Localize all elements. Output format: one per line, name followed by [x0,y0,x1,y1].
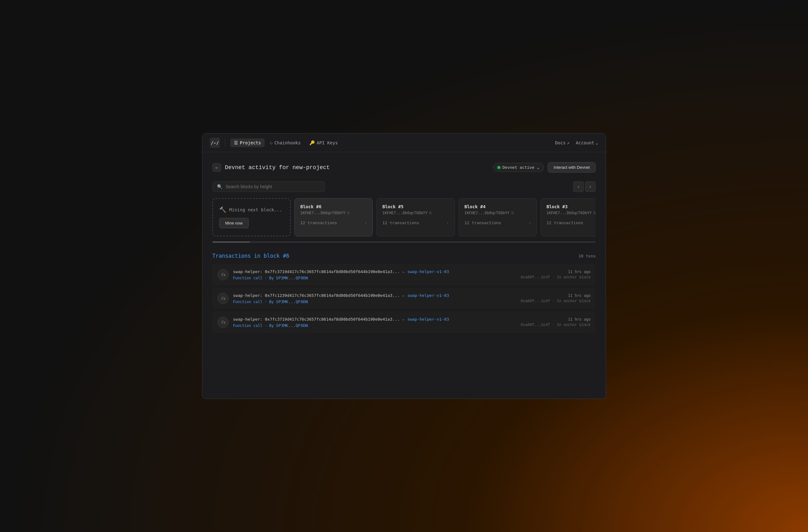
search-input-wrapper: 🔍 [212,181,325,192]
mine-now-button[interactable]: Mine now [219,218,249,228]
docs-link[interactable]: Docs ↗ [555,140,569,145]
projects-icon: ☰ [234,140,238,145]
chevron-down-icon: ⌄ [596,140,598,145]
navbar: /-/ ☰ Projects ⚇ Chainhooks 🔑 API Keys D… [202,133,606,152]
main-window: /-/ ☰ Projects ⚇ Chainhooks 🔑 API Keys D… [202,133,606,399]
transaction-main: swap-helper: 0x7fc3719d417c76c3657fc8614… [233,269,516,274]
transaction-row[interactable]: fx swap-helper: 0x7fc3719d417c76c3657fc8… [212,264,596,285]
function-icon: fx [217,269,228,280]
status-dot [498,166,500,169]
transaction-by-address: SP3MK...QF9DN [276,276,308,280]
search-icon: 🔍 [217,184,222,189]
block-txn-count: 12 transactions › [547,220,596,225]
blocks-row: 🔨 Mining next block... Mine now Block #6… [212,198,596,236]
transactions-header: Transactions in block #6 10 txns [212,253,596,259]
nav-item-api-keys[interactable]: 🔑 API Keys [306,139,342,147]
transaction-time: 11 hrs ago 0xa00f...1c4f · In anchor blo… [521,270,591,280]
block-hash: 1KFHE7...Db6qcT6DbYY ⎘ [300,211,367,216]
block-hash: 1KFHE7...Db6qcT6DbYY ⎘ [464,211,531,216]
transaction-source: swap-helper-v1-03 [407,293,449,298]
copy-icon[interactable]: ⎘ [593,211,596,216]
block-hash: 1KFHE7...Db6qcT6DbYY ⎘ [547,211,596,216]
arrow-icon: ← [402,293,405,298]
chevron-right-icon: › [446,220,449,225]
transaction-source: swap-helper-v1-03 [407,317,449,322]
transaction-info: swap-helper: 0x7fc3719d417c76c3657fc8614… [233,269,516,280]
api-key-icon: 🔑 [309,140,315,145]
arrow-icon: ← [402,269,405,274]
block-number: Block #6 [300,204,367,209]
transaction-info: swap-helper: 0x7fc1239d417c76c3657fc8614… [233,293,516,304]
block-hash: 1KFHE7...Db6qcT6DbYY ⎘ [382,211,449,216]
devnet-status-button[interactable]: Devnet active ⌄ [493,163,544,172]
scroll-indicator [212,241,596,243]
search-row: 🔍 ‹ › [212,181,596,192]
transaction-hash: 0xa00f...1c4f · In anchor block [521,323,591,327]
block-txn-count: 12 transactions › [382,220,449,225]
block-number: Block #3 [547,204,596,209]
transaction-sub: Function call · By SP3MK...QF9DN [233,276,516,280]
copy-icon[interactable]: ⎘ [511,211,514,216]
function-icon: fx [217,293,228,304]
transaction-time: 11 hrs ago 0xa00f...1c4f · In anchor blo… [521,317,591,327]
transactions-title: Transactions in block #6 [212,253,289,259]
transaction-by-address: SP3MK...QF9DN [276,299,308,304]
block-ref-label: #6 [283,253,289,259]
anchor-label: · [552,275,557,280]
interact-devnet-button[interactable]: Interact with Devnet [548,162,596,172]
nav-item-projects[interactable]: ☰ Projects [230,139,264,147]
transaction-source: swap-helper-v1-03 [407,269,449,274]
hammer-icon: 🔨 [219,206,226,213]
page-title: Devnet activity for new-project [225,164,330,171]
transaction-sub: Function call · By SP3MK...QF9DN [233,299,516,304]
function-icon: fx [217,316,228,328]
pagination-arrows: ‹ › [573,181,596,192]
block-card-6[interactable]: Block #6 1KFHE7...Db6qcT6DbYY ⎘ 12 trans… [294,198,373,236]
account-button[interactable]: Account ⌄ [576,140,598,145]
transaction-main: swap-helper: 0x7fc1239d417c76c3657fc8614… [233,293,516,298]
transaction-main: swap-helper: 0x7fc3719d417c76c3657fc8614… [233,317,516,322]
arrow-icon: ← [402,317,405,322]
block-txn-count: 12 transactions › [300,220,367,225]
transaction-by-address: SP3MK...QF9DN [276,323,308,328]
mining-block-card: 🔨 Mining next block... Mine now [212,198,291,236]
nav-item-chainhooks[interactable]: ⚇ Chainhooks [266,139,305,147]
chainhooks-icon: ⚇ [270,140,272,145]
anchor-label: · [552,299,557,304]
block-number: Block #4 [464,204,531,209]
transaction-sub: Function call · By SP3MK...QF9DN [233,323,516,328]
mining-title: 🔨 Mining next block... [219,206,282,213]
chevron-right-icon: › [528,220,531,225]
nav-right: Docs ↗ Account ⌄ [555,140,598,145]
nav-divider [225,139,225,147]
chevron-down-icon: ⌄ [537,165,539,170]
block-card-4[interactable]: Block #4 1KFHE7...Db6qcT6DbYY ⎘ 12 trans… [459,198,537,236]
transaction-row[interactable]: fx swap-helper: 0x7fc3719d417c76c3657fc8… [212,312,596,333]
anchor-label: · [552,323,557,327]
back-button[interactable]: ← [212,163,221,172]
header-actions: Devnet active ⌄ Interact with Devnet [493,162,596,172]
block-txn-count: 12 transactions › [464,220,531,225]
transactions-count: 10 txns [579,254,596,258]
nav-items: ☰ Projects ⚇ Chainhooks 🔑 API Keys [230,139,555,147]
block-number: Block #5 [382,204,449,209]
copy-icon[interactable]: ⎘ [347,211,349,216]
prev-page-button[interactable]: ‹ [573,181,584,192]
transaction-hash: 0xa00f...1c4f · In anchor block [521,299,591,304]
transaction-time: 11 hrs ago 0xa00f...1c4f · In anchor blo… [521,293,591,304]
next-page-button[interactable]: › [585,181,596,192]
copy-icon[interactable]: ⎘ [429,211,431,216]
block-card-5[interactable]: Block #5 1KFHE7...Db6qcT6DbYY ⎘ 12 trans… [377,198,455,236]
external-link-icon: ↗ [567,140,569,145]
scroll-thumb [212,241,250,243]
transaction-row[interactable]: fx swap-helper: 0x7fc1239d417c76c3657fc8… [212,288,596,309]
page-header: ← Devnet activity for new-project Devnet… [212,162,596,172]
block-card-3[interactable]: Block #3 1KFHE7...Db6qcT6DbYY ⎘ 12 trans… [540,198,596,236]
search-input[interactable] [225,184,320,189]
title-row: ← Devnet activity for new-project [212,163,330,172]
transaction-info: swap-helper: 0x7fc3719d417c76c3657fc8614… [233,317,516,328]
transaction-hash: 0xa00f...1c4f · In anchor block [521,275,591,280]
logo-button[interactable]: /-/ [210,138,220,148]
chevron-right-icon: › [364,220,367,225]
main-content: ← Devnet activity for new-project Devnet… [202,152,606,399]
